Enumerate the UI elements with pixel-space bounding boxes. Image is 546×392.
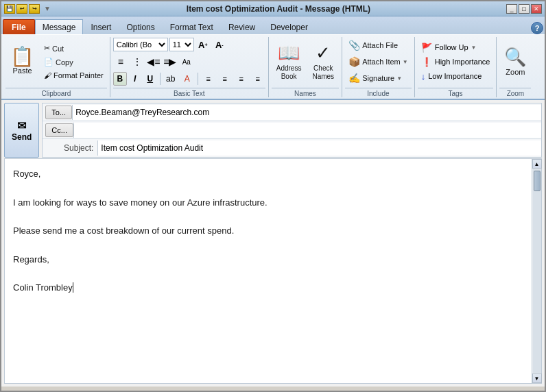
low-importance-button[interactable]: ↓ Low Importance [418,70,486,83]
attach-item-icon: 📦 [348,56,360,67]
title-bar: 💾 ↩ ↪ ▼ Item cost Optimization Audit - M… [1,1,545,16]
indent-less-button[interactable]: ◀≡ [146,54,161,69]
font-color-button[interactable]: A [180,71,195,86]
send-label: Send [12,132,32,142]
attach-item-button[interactable]: 📦 Attach Item ▼ [345,54,412,69]
bullets-button[interactable]: ≡ [113,54,128,69]
cc-row: Cc... [43,121,541,139]
format-painter-icon: 🖌 [44,71,51,79]
font-family-selector[interactable]: Calibri (Bo [113,38,168,51]
tab-format-text[interactable]: Format Text [163,19,221,34]
cc-button[interactable]: Cc... [45,123,73,137]
format-painter-label: Format Painter [54,71,104,79]
email-compose-area: ✉ Send To... Cc... Subject: [1,100,545,387]
body-line-7: Regards, [13,253,523,267]
clipboard-label: Clipboard [5,88,107,97]
format-separator-2 [198,73,198,85]
clipboard-small-btns: ✂ Cut 📄 Copy 🖌 Format Painter [40,42,107,82]
list-row: ≡ ⋮ ◀≡ ≡▶ Aa [113,54,194,69]
font-row: Calibri (Bo 11 A+ A- [113,37,227,52]
address-book-button[interactable]: 📖 Address Book [272,40,307,82]
format-painter-button[interactable]: 🖌 Format Painter [40,69,107,82]
highlight-button[interactable]: ab [163,71,178,86]
quick-save-btn[interactable]: 💾 [4,4,15,14]
attach-item-label: Attach Item [362,58,401,66]
minimize-button[interactable]: _ [506,4,517,14]
names-group-content: 📖 Address Book ✓ Check Names [272,37,339,86]
body-line-3: I am looking for ways to save money on o… [13,196,523,210]
check-names-icon: ✓ [316,42,331,64]
to-input[interactable] [72,105,541,120]
font-shrink-button[interactable]: A- [212,37,227,52]
tab-file[interactable]: File [3,19,35,34]
low-importance-label: Low Importance [428,72,482,80]
tab-message[interactable]: Message [35,19,84,34]
align-left-button[interactable]: ≡ [201,71,216,86]
send-button[interactable]: ✉ Send [4,103,39,158]
high-importance-button[interactable]: ❗ High Importance [418,56,494,69]
follow-up-arrow: ▼ [471,45,477,51]
paste-button[interactable]: 📋 Paste [5,44,39,79]
cut-button[interactable]: ✂ Cut [40,42,107,55]
follow-up-label: Follow Up [435,43,468,51]
tab-review[interactable]: Review [221,19,263,34]
subject-input[interactable] [97,140,541,156]
scrollbar-thumb[interactable] [534,171,541,191]
tab-options[interactable]: Options [119,19,162,34]
low-importance-icon: ↓ [421,71,426,82]
signature-button[interactable]: ✍ Signature ▼ [345,71,405,86]
tab-developer[interactable]: Developer [263,19,316,34]
check-names-label: Check Names [312,64,334,81]
include-label: Include [345,88,412,97]
email-body[interactable]: Royce, I am looking for ways to save mon… [5,159,532,383]
quick-redo-btn[interactable]: ↪ [29,4,40,14]
ribbon-tab-bar: File Message Insert Options Format Text … [1,16,545,34]
follow-up-button[interactable]: 🚩 Follow Up ▼ [418,41,480,54]
check-names-button[interactable]: ✓ Check Names [307,40,339,82]
zoom-button[interactable]: 🔍 Zoom [499,44,531,79]
subject-row: Subject: [43,139,541,157]
help-button[interactable]: ? [531,22,543,34]
font-size-selector[interactable]: 11 [169,38,194,51]
bold-button[interactable]: B [113,72,127,86]
address-book-label: Address Book [276,64,302,81]
title-bar-left: 💾 ↩ ↪ ▼ [4,4,51,14]
scrollbar-track[interactable] [533,169,541,373]
tab-insert[interactable]: Insert [83,19,119,34]
to-button[interactable]: To... [45,106,72,119]
names-group: 📖 Address Book ✓ Check Names Names [270,37,342,97]
zoom-group-content: 🔍 Zoom [499,37,531,86]
copy-icon: 📄 [44,58,54,66]
justify-button[interactable]: ≡ [250,71,265,86]
quick-access-arrow[interactable]: ▼ [44,5,51,12]
quick-undo-btn[interactable]: ↩ [16,4,27,14]
copy-button[interactable]: 📄 Copy [40,56,107,69]
close-button[interactable]: ✕ [531,4,542,14]
indent-more-button[interactable]: ≡▶ [163,54,178,69]
high-importance-icon: ❗ [421,57,432,67]
scroll-up-arrow[interactable]: ▲ [532,159,542,169]
subject-label: Subject: [43,143,97,153]
font-grow-button[interactable]: A+ [195,37,211,52]
attach-file-icon: 📎 [348,40,360,51]
to-row: To... [43,103,541,121]
align-center-button[interactable]: ≡ [217,71,233,86]
basic-text-label: Basic Text [113,88,265,97]
cc-input[interactable] [73,123,541,138]
signature-icon: ✍ [348,73,360,84]
align-right-button[interactable]: ≡ [234,71,249,86]
scroll-down-arrow[interactable]: ▼ [532,373,542,383]
italic-button[interactable]: I [128,72,142,86]
copy-label: Copy [56,58,73,66]
attach-file-button[interactable]: 📎 Attach File [345,38,401,53]
numbering-button[interactable]: ⋮ [130,54,145,69]
underline-button[interactable]: U [143,72,157,86]
address-book-icon: 📖 [278,42,300,64]
window-title: Item cost Optimization Audit - Message (… [51,4,506,14]
high-importance-label: High Importance [435,58,490,66]
maximize-button[interactable]: □ [519,4,530,14]
tags-group-content: 🚩 Follow Up ▼ ❗ High Importance ↓ Low Im… [418,37,494,86]
signature-label: Signature [362,74,394,82]
tags-group: 🚩 Follow Up ▼ ❗ High Importance ↓ Low Im… [416,37,497,97]
styles-button[interactable]: Aa [179,54,194,69]
